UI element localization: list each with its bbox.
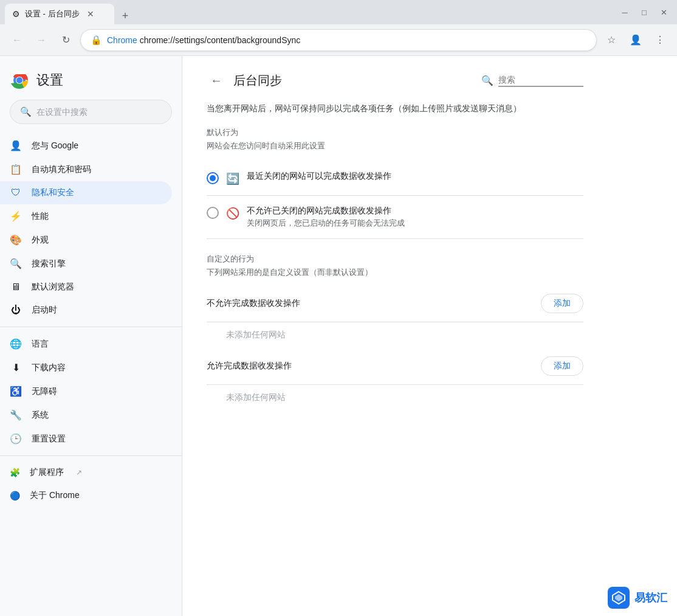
- sidebar-item-label: 启动时: [32, 305, 57, 316]
- sidebar-item-label: 自动填充和密码: [32, 164, 91, 175]
- deny-empty-text: 未添加任何网站: [207, 322, 583, 348]
- shield-icon: 🛡: [10, 187, 22, 198]
- option-deny-label: 不允许已关闭的网站完成数据收发操作: [247, 206, 405, 216]
- sidebar-item-autofill[interactable]: 📋 自动填充和密码: [0, 157, 172, 181]
- search-engine-icon: 🔍: [10, 258, 22, 269]
- content-search-box[interactable]: [498, 74, 583, 87]
- sidebar-item-download[interactable]: ⬇ 下载内容: [0, 356, 172, 379]
- deny-permission-label: 不允许完成数据收发操作: [207, 298, 300, 309]
- option-deny-radio[interactable]: [207, 207, 219, 219]
- sidebar-item-startup[interactable]: ⏻ 启动时: [0, 299, 172, 322]
- window-controls: ─ □ ✕: [616, 4, 672, 21]
- sidebar-item-google[interactable]: 👤 您与 Google: [0, 134, 172, 157]
- address-bar[interactable]: 🔒 Chrome chrome://settings/content/backg…: [80, 29, 597, 51]
- sidebar-item-label: 默认浏览器: [32, 282, 74, 292]
- sidebar-search-input[interactable]: [36, 107, 162, 117]
- reload-nav-button[interactable]: ↻: [56, 30, 75, 50]
- titlebar: ⚙ 设置 - 后台同步 ✕ + ─ □ ✕: [0, 0, 677, 24]
- sidebar-item-label: 性能: [32, 211, 49, 222]
- content-search-icon: 🔍: [481, 75, 493, 86]
- option-allow-row: 🔄 最近关闭的网站可以完成数据收发操作: [207, 161, 583, 196]
- sidebar-item-about[interactable]: 🔵 关于 Chrome: [0, 484, 172, 507]
- back-button[interactable]: ←: [207, 71, 226, 90]
- sidebar-item-label: 外观: [32, 235, 49, 246]
- bookmark-button[interactable]: ☆: [602, 30, 621, 50]
- watermark-logo-icon: [611, 590, 626, 605]
- sidebar-item-reset[interactable]: 🕒 重置设置: [0, 427, 172, 451]
- content-area: ← 后台同步 🔍 当您离开网站后，网站可保持同步以完成各项任务（例如上传照片或发…: [182, 56, 677, 616]
- watermark: 易软汇: [608, 587, 667, 609]
- close-button[interactable]: ✕: [655, 4, 672, 21]
- sidebar-item-label: 关于 Chrome: [30, 490, 80, 501]
- page-title: 后台同步: [233, 72, 282, 89]
- sidebar: 设置 🔍 👤 您与 Google 📋 自动填充和密码 🛡 隐私和安全 ⚡ 性能 …: [0, 56, 182, 616]
- watermark-logo: [608, 587, 630, 609]
- addressbar-row: ← → ↻ 🔒 Chrome chrome://settings/content…: [0, 24, 677, 56]
- custom-section-title: 自定义的行为: [207, 254, 583, 265]
- browser-icon: 🖥: [10, 282, 22, 292]
- appearance-icon: 🎨: [10, 234, 22, 246]
- deny-add-button[interactable]: 添加: [541, 294, 583, 313]
- accessibility-icon: ♿: [10, 386, 22, 397]
- sidebar-item-label: 系统: [32, 410, 49, 421]
- svg-marker-6: [615, 594, 622, 601]
- back-nav-button[interactable]: ←: [7, 30, 27, 50]
- sidebar-item-privacy[interactable]: 🛡 隐私和安全: [0, 181, 172, 204]
- main-layout: 设置 🔍 👤 您与 Google 📋 自动填充和密码 🛡 隐私和安全 ⚡ 性能 …: [0, 56, 677, 616]
- maximize-button[interactable]: □: [636, 4, 653, 21]
- sidebar-item-browser[interactable]: 🖥 默认浏览器: [0, 275, 172, 299]
- titlebar-tabs: ⚙ 设置 - 后台同步 ✕ +: [5, 0, 616, 24]
- sync-icon: 🔄: [226, 172, 239, 185]
- system-icon: 🔧: [10, 409, 22, 421]
- sidebar-item-label: 下载内容: [32, 362, 66, 373]
- content-search: 🔍: [481, 74, 583, 87]
- allow-permission-block: 允许完成数据收发操作 添加 未添加任何网站: [207, 348, 583, 410]
- extensions-icon: 🧩: [10, 468, 20, 477]
- autofill-icon: 📋: [10, 164, 22, 175]
- lock-icon: 🔒: [91, 35, 102, 46]
- startup-icon: ⏻: [10, 305, 22, 316]
- allow-permission-header: 允许完成数据收发操作 添加: [207, 348, 583, 385]
- custom-behavior-section: 自定义的行为 下列网站采用的是自定义设置（而非默认设置） 不允许完成数据收发操作…: [207, 254, 583, 410]
- sidebar-item-search[interactable]: 🔍 搜索引擎: [0, 252, 172, 275]
- language-icon: 🌐: [10, 338, 22, 350]
- chrome-logo-icon: [10, 71, 29, 90]
- minimize-button[interactable]: ─: [616, 4, 633, 21]
- allow-add-button[interactable]: 添加: [541, 356, 583, 376]
- sidebar-item-appearance[interactable]: 🎨 外观: [0, 228, 172, 252]
- option-deny-text: 不允许已关闭的网站完成数据收发操作 关闭网页后，您已启动的任务可能会无法完成: [247, 206, 405, 229]
- sidebar-item-performance[interactable]: ⚡ 性能: [0, 204, 172, 228]
- sidebar-item-system[interactable]: 🔧 系统: [0, 403, 172, 427]
- tab-close-icon[interactable]: ✕: [87, 9, 94, 19]
- allow-empty-text: 未添加任何网站: [207, 385, 583, 410]
- content-search-input[interactable]: [498, 75, 583, 85]
- option-allow-text: 最近关闭的网站可以完成数据收发操作: [247, 171, 391, 182]
- default-section-title: 默认行为: [207, 127, 583, 138]
- new-tab-button[interactable]: +: [117, 7, 134, 24]
- sidebar-divider-2: [0, 455, 182, 456]
- sidebar-item-label: 扩展程序: [30, 467, 64, 478]
- sidebar-item-accessibility[interactable]: ♿ 无障碍: [0, 379, 172, 403]
- tab-title: 设置 - 后台同步: [25, 9, 80, 19]
- sidebar-item-extensions[interactable]: 🧩 扩展程序 ↗: [0, 461, 172, 484]
- sidebar-search-box[interactable]: 🔍: [10, 100, 172, 124]
- menu-button[interactable]: ⋮: [650, 30, 670, 50]
- tab-favicon-icon: ⚙: [12, 9, 20, 19]
- option-deny-sublabel: 关闭网页后，您已启动的任务可能会无法完成: [247, 218, 405, 229]
- back-row: ← 后台同步: [207, 71, 282, 90]
- option-allow-radio[interactable]: [207, 172, 219, 184]
- content-inner: ← 后台同步 🔍 当您离开网站后，网站可保持同步以完成各项任务（例如上传照片或发…: [182, 56, 608, 425]
- sidebar-item-language[interactable]: 🌐 语言: [0, 332, 172, 356]
- person-icon: 👤: [10, 140, 22, 151]
- default-section-subtitle: 网站会在您访问时自动采用此设置: [207, 140, 583, 151]
- sidebar-item-label: 您与 Google: [32, 140, 78, 151]
- radio-inner-dot: [210, 175, 216, 181]
- sidebar-search-icon: 🔍: [20, 106, 32, 117]
- address-right-controls: ☆ 👤 ⋮: [602, 30, 670, 50]
- profile-button[interactable]: 👤: [626, 30, 645, 50]
- sidebar-item-label: 隐私和安全: [32, 187, 74, 198]
- forward-nav-button[interactable]: →: [32, 30, 51, 50]
- sidebar-item-label: 重置设置: [32, 434, 66, 445]
- active-tab[interactable]: ⚙ 设置 - 后台同步 ✕: [5, 4, 114, 24]
- external-link-icon: ↗: [76, 468, 82, 477]
